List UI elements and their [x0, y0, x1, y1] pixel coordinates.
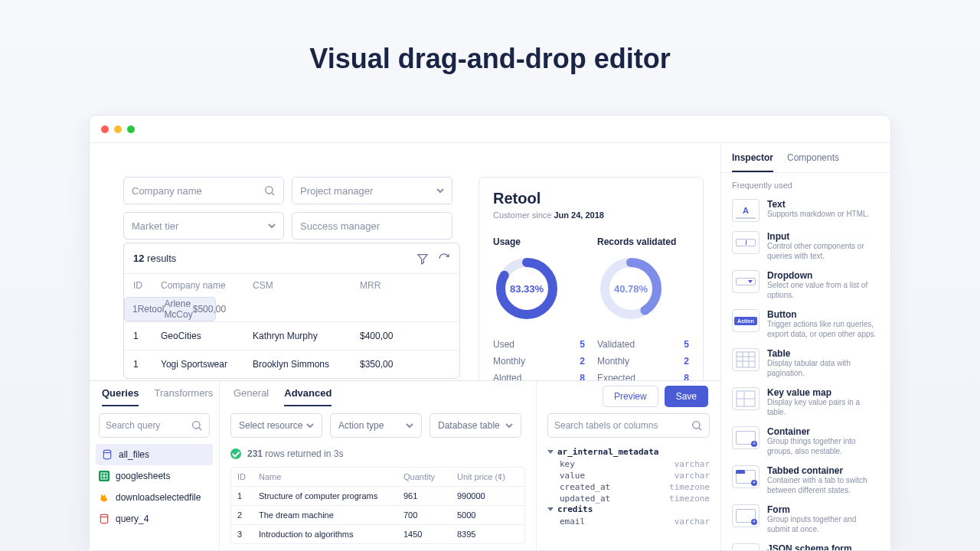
select-action-type[interactable]: Action type [330, 413, 422, 438]
detail-subtitle: Customer since Jun 24, 2018 [493, 210, 689, 220]
page-title: Visual drag-and-drop editor [0, 43, 980, 75]
schema-column[interactable]: emailvarchar [547, 516, 710, 527]
component-json-schema-form[interactable]: JSON+JSON schema formGenerate forms from… [721, 539, 890, 550]
component-form[interactable]: +FormGroup inputs together and submit at… [721, 500, 890, 539]
bottom-panel: QueriesTransformers GeneralAdvanced Prev… [90, 380, 720, 550]
query-list-panel: Search query all_filesgooglesheetsdownlo… [90, 381, 220, 550]
kv-pair: Validated5 [597, 339, 689, 350]
component-title: Container [767, 426, 880, 437]
component-title: JSON schema form [767, 543, 880, 550]
schema-column[interactable]: valuevarchar [547, 470, 710, 481]
component-button[interactable]: ActionButtonTrigger actions like run que… [721, 305, 890, 344]
success-manager-input[interactable]: Success manager [292, 212, 452, 240]
component-container[interactable]: +ContainerGroup things together into gro… [721, 422, 890, 461]
component-title: Tabbed container [767, 465, 880, 476]
query-icon [99, 492, 109, 503]
usage-pct: 83.33% [493, 255, 560, 322]
project-manager-select[interactable]: Project manager [292, 177, 452, 204]
component-title: Key value map [767, 387, 880, 398]
svg-line-8 [199, 428, 201, 430]
query-query_4[interactable]: query_4 [90, 508, 219, 530]
table-row[interactable]: 1GeoCitiesKathryn Murphy$400,00 [124, 321, 459, 350]
query-search-input[interactable]: Search query [99, 413, 210, 438]
schema-column[interactable]: keyvarchar [547, 458, 710, 470]
tab-general[interactable]: General [234, 387, 269, 406]
save-button[interactable]: Save [665, 386, 708, 407]
svg-line-16 [699, 428, 701, 430]
results-preview-table: IDNameQuantityUnit price (¢) 1Structure … [230, 467, 525, 544]
chevron-down-icon [436, 187, 444, 194]
window-titlebar [90, 116, 890, 143]
table-row[interactable]: 2The dream machine7005000 [231, 505, 524, 524]
canvas: Company name Project manager Market tier… [90, 143, 720, 550]
table-row[interactable]: 1Structure of computer programs961990000 [231, 486, 524, 505]
schema-column[interactable]: updated_attimezone [547, 493, 710, 504]
component-tabbed-container[interactable]: +Tabbed containerContainer with a tab to… [721, 461, 890, 500]
usage-donut: 83.33% [493, 255, 560, 322]
query-downloadselectedfile[interactable]: downloadselectedfile [90, 487, 219, 508]
tab-components[interactable]: Components [787, 152, 839, 172]
chevron-down-icon [547, 507, 554, 511]
schema-search-input[interactable]: Search tabels or columns [547, 413, 710, 438]
usage-col: Usage 83.33% [493, 236, 585, 322]
check-icon [230, 448, 241, 459]
placeholder: Market tier [132, 220, 178, 232]
component-title: Button [767, 309, 880, 320]
component-key-value-map[interactable]: Key value mapDisplay key value pairs in … [721, 383, 890, 422]
preview-button[interactable]: Preview [603, 386, 658, 407]
results-table: 12 results IDCompany nameCSMMRR 1RetoolA… [123, 243, 460, 379]
component-desc: Supports markdown or HTML. [767, 210, 869, 220]
chevron-down-icon [406, 422, 413, 429]
records-label: Records validated [597, 236, 689, 247]
component-title: Table [767, 348, 880, 359]
query-all_files[interactable]: all_files [96, 444, 213, 465]
component-title: Input [767, 231, 880, 242]
chevron-down-icon [547, 450, 554, 454]
refresh-icon[interactable] [438, 253, 450, 265]
filter-icon[interactable] [416, 253, 429, 265]
detail-panel: Retool Customer since Jun 24, 2018 Usage… [479, 177, 704, 396]
chevron-down-icon [306, 422, 314, 429]
kv-pair: Used5 [493, 339, 585, 350]
query-googlesheets[interactable]: googlesheets [90, 465, 219, 487]
component-input[interactable]: InputControl other components or queries… [721, 227, 890, 266]
tab-queries[interactable]: Queries [102, 387, 139, 406]
market-tier-select[interactable]: Market tier [123, 212, 284, 240]
component-table[interactable]: TableDisplay tabular data with paginatio… [721, 344, 890, 383]
section-label: Frequently used [721, 173, 890, 194]
svg-point-9 [103, 450, 110, 453]
query-icon [99, 514, 109, 524]
minimize-icon[interactable] [114, 126, 122, 133]
editor-window: Company name Project manager Market tier… [89, 115, 891, 551]
kv-pair: Monthly2 [597, 356, 689, 367]
schema-table[interactable]: credits [547, 504, 710, 514]
component-desc: Container with a tab to switch between d… [767, 476, 880, 495]
filter-grid: Company name Project manager Market tier… [123, 177, 460, 240]
select-database-table[interactable]: Database table [430, 413, 521, 438]
close-icon[interactable] [101, 126, 109, 133]
svg-point-0 [266, 187, 273, 194]
tab-advanced[interactable]: Advanced [284, 387, 332, 406]
component-text[interactable]: ATextSupports markdown or HTML. [721, 194, 890, 227]
records-pct: 40.78% [597, 255, 665, 322]
query-icon [102, 449, 113, 460]
kv-pair: Monthly2 [493, 356, 585, 367]
query-icon [99, 471, 109, 481]
table-row[interactable]: 3Introduction to algorithms14508395 [231, 524, 524, 543]
table-row[interactable]: 1RetoolArlene McCoy$500,00 [124, 297, 216, 321]
component-desc: Group things together into groups, also … [767, 437, 880, 456]
tab-transformers[interactable]: Transformers [154, 387, 213, 406]
rows-returned: 231 rows returned in 3s [230, 448, 525, 459]
component-title: Dropdown [767, 270, 880, 281]
tab-inspector[interactable]: Inspector [732, 152, 773, 172]
select-resource[interactable]: Select resource [230, 413, 322, 438]
company-name-input[interactable]: Company name [123, 177, 284, 204]
query-editor-panel: Select resource Action type Database tab… [220, 381, 537, 550]
component-desc: Group inputs together and submit at once… [767, 515, 880, 534]
table-row[interactable]: 1Yogi SportswearBrooklyn Simmons$350,00 [124, 350, 459, 378]
component-dropdown[interactable]: DropdownSelect one value from a list of … [721, 266, 890, 305]
schema-column[interactable]: created_attimezone [547, 481, 710, 493]
maximize-icon[interactable] [127, 126, 135, 133]
schema-table[interactable]: ar_internal_metadata [547, 447, 710, 457]
results-count: 12 results [133, 253, 176, 264]
